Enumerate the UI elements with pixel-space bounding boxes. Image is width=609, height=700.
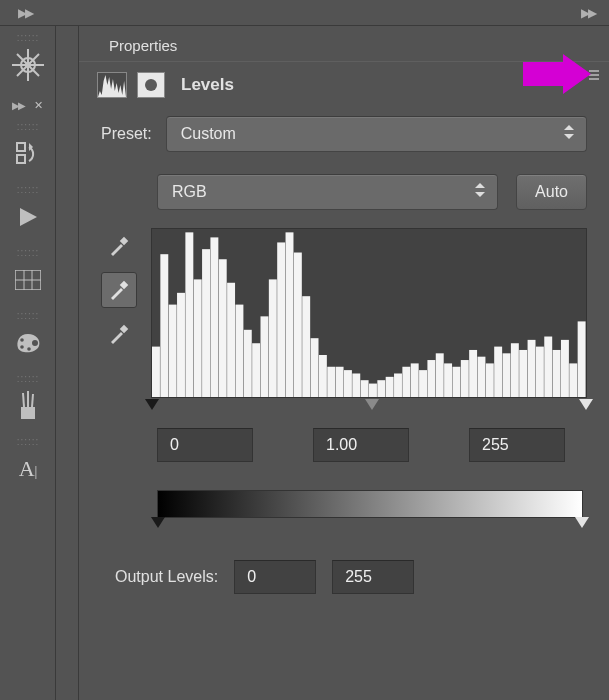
- svg-rect-35: [169, 305, 177, 397]
- levels-adjustment-icon[interactable]: [97, 72, 127, 98]
- svg-rect-82: [561, 340, 569, 397]
- preset-select[interactable]: Custom: [166, 116, 587, 152]
- brushes-icon[interactable]: [8, 386, 48, 426]
- output-white-slider[interactable]: [575, 517, 589, 528]
- tab-properties[interactable]: Properties: [95, 29, 191, 60]
- input-white-field[interactable]: 255: [469, 428, 565, 462]
- svg-marker-21: [523, 54, 591, 94]
- output-label: Output Levels:: [115, 568, 218, 586]
- layer-mask-icon[interactable]: [137, 72, 165, 98]
- output-levels-row: Output Levels: 0 255: [115, 560, 587, 594]
- rail-grip-icon: ::::::: [8, 247, 48, 258]
- input-gamma-field[interactable]: 1.00: [313, 428, 409, 462]
- svg-rect-58: [361, 380, 369, 397]
- svg-point-15: [20, 345, 24, 349]
- svg-rect-30: [120, 237, 128, 245]
- eyedropper-white[interactable]: [101, 316, 137, 352]
- output-white-field[interactable]: 255: [332, 560, 414, 594]
- svg-marker-9: [20, 208, 37, 226]
- auto-button[interactable]: Auto: [516, 174, 587, 210]
- svg-point-16: [27, 347, 31, 351]
- rail-grip-icon: ::::::: [8, 436, 48, 447]
- svg-rect-64: [411, 363, 419, 397]
- svg-rect-68: [444, 363, 452, 397]
- svg-rect-43: [235, 305, 243, 397]
- eyedropper-gray[interactable]: [101, 272, 137, 308]
- input-gamma-slider[interactable]: [365, 399, 379, 410]
- rail-grip-icon: ::::::: [8, 121, 48, 132]
- svg-rect-72: [478, 357, 486, 397]
- svg-rect-77: [519, 350, 527, 397]
- svg-rect-76: [511, 343, 519, 397]
- dropdown-caret-icon: [564, 125, 574, 143]
- svg-rect-84: [578, 321, 586, 397]
- input-levels-row: 0 1.00 255: [157, 428, 587, 462]
- rail-grip-icon: ::::::: [8, 310, 48, 321]
- svg-line-18: [23, 393, 24, 407]
- svg-rect-51: [302, 296, 310, 397]
- svg-rect-79: [536, 347, 544, 397]
- output-gradient[interactable]: [157, 490, 583, 518]
- svg-marker-28: [475, 183, 485, 188]
- ships-wheel-icon[interactable]: [8, 45, 48, 85]
- svg-rect-42: [227, 283, 235, 397]
- preset-label: Preset:: [101, 125, 152, 143]
- histogram[interactable]: [151, 228, 587, 398]
- swatches-icon[interactable]: [8, 260, 48, 300]
- collapse-right-icon[interactable]: ▶▶: [581, 6, 595, 20]
- svg-rect-67: [436, 353, 444, 397]
- top-bar: ▶▶ ▶▶: [0, 0, 609, 26]
- output-slider-track[interactable]: [157, 518, 583, 532]
- adjustment-title: Levels: [181, 75, 234, 95]
- output-black-slider[interactable]: [151, 517, 165, 528]
- svg-rect-50: [294, 253, 302, 397]
- input-slider-track[interactable]: [151, 400, 587, 414]
- svg-rect-39: [202, 249, 210, 397]
- svg-rect-7: [17, 155, 25, 163]
- svg-rect-53: [319, 355, 327, 397]
- svg-rect-34: [160, 254, 168, 397]
- text-icon[interactable]: A|: [8, 449, 48, 489]
- svg-rect-48: [277, 242, 285, 397]
- svg-point-14: [20, 338, 24, 342]
- svg-line-20: [32, 394, 33, 407]
- svg-rect-6: [17, 143, 25, 151]
- play-icon[interactable]: [8, 197, 48, 237]
- svg-rect-71: [469, 350, 477, 397]
- preset-value: Custom: [181, 125, 236, 143]
- close-icon[interactable]: ✕: [34, 99, 43, 112]
- expand-icon[interactable]: ▶▶: [12, 100, 24, 111]
- svg-rect-52: [311, 338, 319, 397]
- svg-rect-80: [544, 337, 552, 397]
- rail-grip-icon: ::::::: [8, 32, 48, 43]
- svg-rect-63: [402, 367, 410, 397]
- collapse-left-icon[interactable]: ▶▶: [18, 6, 32, 20]
- svg-marker-26: [564, 125, 574, 130]
- svg-rect-17: [21, 407, 35, 419]
- preset-row: Preset: Custom: [101, 116, 587, 152]
- svg-rect-47: [269, 279, 277, 397]
- histogram-block: [101, 228, 587, 398]
- svg-rect-75: [503, 353, 511, 397]
- input-white-slider[interactable]: [579, 399, 593, 410]
- svg-rect-66: [427, 360, 435, 397]
- output-black-field[interactable]: 0: [234, 560, 316, 594]
- svg-rect-37: [185, 232, 193, 397]
- palette-icon[interactable]: [8, 323, 48, 363]
- channel-row: RGB Auto: [157, 174, 587, 210]
- svg-rect-38: [194, 279, 202, 397]
- svg-rect-31: [120, 281, 128, 289]
- rail-grip-icon: ::::::: [8, 373, 48, 384]
- svg-rect-55: [336, 367, 344, 397]
- svg-rect-45: [252, 343, 260, 397]
- svg-rect-54: [327, 367, 335, 397]
- properties-panel: Properties Levels Preset: Custom RGB: [78, 26, 609, 700]
- channel-select[interactable]: RGB: [157, 174, 498, 210]
- svg-rect-83: [569, 363, 577, 397]
- history-icon[interactable]: [8, 134, 48, 174]
- input-black-slider[interactable]: [145, 399, 159, 410]
- eyedropper-black[interactable]: [101, 228, 137, 264]
- input-black-field[interactable]: 0: [157, 428, 253, 462]
- channel-value: RGB: [172, 183, 207, 201]
- svg-rect-40: [210, 237, 218, 397]
